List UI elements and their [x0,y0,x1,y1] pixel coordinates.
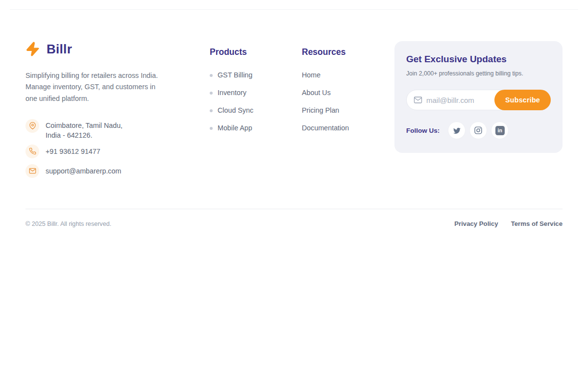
resources-link-documentation[interactable]: Documentation [302,124,349,132]
link-label: Cloud Sync [218,107,253,114]
resources-link-home[interactable]: Home [302,72,349,79]
follow-us-label: Follow Us: [406,127,440,134]
products-link-mobile-app[interactable]: Mobile App [210,124,253,132]
subscribe-button[interactable]: Subscribe [494,90,551,110]
bullet-dot-icon [210,92,213,95]
twitter-icon[interactable] [448,122,466,139]
resources-link-about-us[interactable]: About Us [302,89,349,97]
contact-phone[interactable]: +91 93612 91477 [25,145,198,158]
email-address: support@ambarerp.com [46,167,121,175]
phone-number: +91 93612 91477 [46,147,100,155]
newsletter-subheading: Join 2,000+ professionals getting billin… [406,70,551,77]
brand-description-line: Simplifying billing for retailers across… [25,70,198,81]
resources-link-pricing-plan[interactable]: Pricing Plan [302,107,349,114]
link-label: Home [302,72,320,79]
linkedin-icon[interactable]: in [491,122,509,139]
contact-list: Coimbatore, Tamil Nadu, India - 642126. … [25,119,198,178]
instagram-icon[interactable] [469,122,487,139]
products-link-gst-billing[interactable]: GST Billing [210,72,253,79]
bullet-dot-icon [210,74,213,77]
address-line-1: Coimbatore, Tamil Nadu, [46,121,122,130]
follow-us-row: Follow Us: in [406,122,551,139]
products-list: GST Billing Inventory Cloud Sync Mobile … [210,72,253,132]
link-label: Inventory [218,89,246,97]
products-link-inventory[interactable]: Inventory [210,89,253,97]
terms-of-service-link[interactable]: Terms of Service [511,220,563,227]
brand-description-line: one unified platform. [25,93,198,104]
products-heading: Products [210,47,253,57]
copyright-text: © 2025 Billr. All rights reserved. [25,220,111,227]
address-text: Coimbatore, Tamil Nadu, India - 642126. [46,119,122,140]
link-label: About Us [302,89,331,97]
contact-address: Coimbatore, Tamil Nadu, India - 642126. [25,119,198,140]
bullet-dot-icon [210,127,213,130]
newsletter-email-pill: Subscribe [406,90,551,110]
products-link-cloud-sync[interactable]: Cloud Sync [210,107,253,114]
resources-list: Home About Us Pricing Plan Documentation [302,72,349,132]
contact-email[interactable]: support@ambarerp.com [25,164,198,178]
link-label: GST Billing [218,72,252,79]
linkedin-glyph: in [495,126,505,135]
bullet-dot-icon [210,109,213,112]
bolt-icon [25,42,40,56]
footer-page: Billr Simplifying billing for retailers … [0,0,588,392]
link-label: Pricing Plan [302,107,339,114]
phone-icon [25,145,39,158]
brand-name: Billr [47,42,72,57]
brand-column: Billr Simplifying billing for retailers … [25,41,198,184]
newsletter-heading: Get Exclusive Updates [406,53,551,65]
legal-links: Privacy Policy Terms of Service [454,220,563,227]
footer-bottom-bar: © 2025 Billr. All rights reserved. Priva… [25,209,563,227]
brand-description: Simplifying billing for retailers across… [25,70,198,104]
brand-logo[interactable]: Billr [25,41,198,57]
products-column: Products GST Billing Inventory Cloud Syn… [210,47,253,142]
resources-column: Resources Home About Us Pricing Plan Doc… [302,47,349,142]
link-label: Documentation [302,124,349,132]
footer-main: Billr Simplifying billing for retailers … [25,41,563,176]
newsletter-email-input[interactable] [422,96,494,104]
top-section-divider [10,0,578,10]
resources-heading: Resources [302,47,349,57]
link-label: Mobile App [218,124,252,132]
mail-icon [414,96,422,104]
address-line-2: India - 642126. [46,130,122,140]
brand-description-line: Manage inventory, GST, and customers in [25,81,198,93]
location-pin-icon [25,119,39,133]
newsletter-card: Get Exclusive Updates Join 2,000+ profes… [394,41,563,153]
privacy-policy-link[interactable]: Privacy Policy [454,220,498,227]
mail-icon [25,164,39,178]
